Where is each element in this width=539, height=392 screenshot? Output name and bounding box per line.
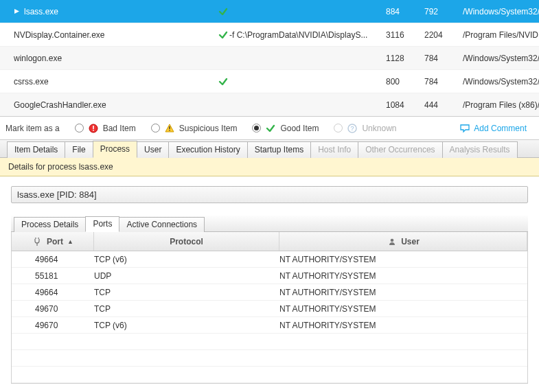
table-row[interactable]: 49670TCPNT AUTHORITY/SYSTEM: [12, 301, 527, 317]
protocol-cell: TCP: [94, 304, 279, 314]
svg-rect-6: [169, 130, 170, 130]
tab-item-details[interactable]: Item Details: [7, 141, 65, 158]
col-port[interactable]: Port ▲: [12, 232, 94, 251]
mark-bad-option[interactable]: Bad Item: [75, 123, 136, 134]
process-path: /Program Files/NVIDIA: [463, 30, 539, 40]
col-user[interactable]: User: [279, 232, 527, 251]
table-row: [12, 334, 527, 350]
col-port-label: Port: [47, 237, 63, 246]
process-path: /Windows/System32/cs: [463, 77, 539, 87]
process-name: lsass.exe: [24, 7, 58, 16]
radio-icon: [75, 124, 84, 132]
tab-other-occurrences: Other Occurrences: [358, 141, 442, 158]
mark-item-bar: Mark item as a Bad Item Suspicious Item …: [0, 117, 539, 140]
user-cell: NT AUTHORITY/SYSTEM: [279, 255, 527, 264]
suspicious-icon: [164, 123, 175, 134]
port-cell: 49664: [12, 288, 94, 297]
tab-process[interactable]: Process: [93, 141, 137, 158]
top-tabstrip: Item Details File Process User Execution…: [0, 140, 539, 158]
tab-startup-items[interactable]: Startup Items: [247, 141, 311, 158]
mark-good-option[interactable]: Good Item: [252, 123, 319, 134]
add-comment-link[interactable]: Add Comment: [459, 123, 527, 134]
mark-label: Mark item as a: [5, 124, 60, 133]
process-pid: 3116: [386, 30, 424, 40]
tab-analysis-results: Analysis Results: [442, 141, 518, 158]
table-row: [12, 350, 527, 367]
good-check-icon: [217, 30, 229, 40]
table-row[interactable]: csrss.exe800784/Windows/System32/cs: [0, 70, 539, 93]
tab-host-info: Host Info: [310, 141, 358, 158]
process-breadcrumb[interactable]: lsass.exe [PID: 884]: [11, 186, 528, 203]
mark-suspicious-option[interactable]: Suspicious Item: [151, 123, 238, 134]
mark-bad-label: Bad Item: [103, 124, 136, 133]
process-name: GoogleCrashHandler.exe: [14, 100, 106, 110]
comment-icon: [459, 123, 470, 134]
process-name: NVDisplay.Container.exe: [14, 30, 105, 40]
svg-rect-5: [169, 126, 170, 129]
process-name: csrss.exe: [14, 77, 49, 87]
good-check-icon: [217, 77, 229, 87]
col-protocol-label: Protocol: [170, 237, 203, 246]
user-cell: NT AUTHORITY/SYSTEM: [279, 304, 527, 314]
svg-point-9: [391, 238, 394, 242]
ports-table: Port ▲ Protocol User 49664TCP (v6)NT AUT…: [11, 232, 528, 384]
process-path: /Windows/System32/lsa: [463, 7, 539, 16]
sort-asc-icon: ▲: [67, 238, 73, 245]
ports-table-header: Port ▲ Protocol User: [12, 232, 527, 251]
port-cell: 55181: [12, 271, 94, 281]
svg-rect-3: [93, 130, 94, 131]
radio-icon: [334, 124, 343, 132]
protocol-cell: TCP (v6): [94, 321, 279, 330]
mark-unknown-option: ? Unknown: [334, 123, 396, 134]
process-ppid: 444: [424, 100, 463, 110]
subtab-active-connections[interactable]: Active Connections: [119, 217, 205, 232]
user-cell: NT AUTHORITY/SYSTEM: [279, 288, 527, 297]
table-row[interactable]: 55181UDPNT AUTHORITY/SYSTEM: [12, 268, 527, 284]
table-row[interactable]: GoogleCrashHandler.exe1084444/Program Fi…: [0, 93, 539, 117]
table-row[interactable]: winlogon.exe1128784/Windows/System32/wi: [0, 47, 539, 70]
protocol-cell: UDP: [94, 271, 279, 281]
process-pid: 884: [386, 7, 424, 16]
sub-tabstrip: Process Details Ports Active Connections: [11, 216, 528, 232]
process-ppid: 784: [424, 54, 463, 63]
process-args: -f C:\ProgramData\NVIDIA\DisplayS...: [229, 30, 386, 40]
mark-unknown-label: Unknown: [362, 124, 396, 133]
table-row[interactable]: 49670TCP (v6)NT AUTHORITY/SYSTEM: [12, 317, 527, 334]
user-icon: [387, 236, 398, 247]
radio-icon: [151, 124, 160, 132]
process-pid: 1084: [386, 100, 424, 110]
tab-file[interactable]: File: [65, 141, 93, 158]
tab-execution-history[interactable]: Execution History: [168, 141, 247, 158]
process-pid: 800: [386, 77, 424, 87]
table-row[interactable]: lsass.exe884792/Windows/System32/lsa: [0, 0, 539, 23]
expand-icon[interactable]: [14, 8, 20, 14]
mark-suspicious-label: Suspicious Item: [179, 124, 238, 133]
process-ppid: 792: [424, 7, 463, 16]
svg-text:?: ?: [351, 125, 354, 132]
table-row[interactable]: NVDisplay.Container.exe-f C:\ProgramData…: [0, 23, 539, 47]
good-check-icon: [217, 7, 229, 16]
table-row[interactable]: 49664TCPNT AUTHORITY/SYSTEM: [12, 284, 527, 301]
subtab-ports[interactable]: Ports: [85, 216, 119, 232]
port-cell: 49664: [12, 255, 94, 264]
unknown-icon: ?: [347, 123, 358, 134]
process-path: /Windows/System32/wi: [463, 54, 539, 63]
user-cell: NT AUTHORITY/SYSTEM: [279, 321, 527, 330]
add-comment-label: Add Comment: [474, 124, 527, 133]
mark-good-label: Good Item: [280, 124, 319, 133]
good-icon: [265, 123, 276, 134]
table-row: [12, 367, 527, 383]
svg-marker-0: [14, 9, 19, 14]
process-name: winlogon.exe: [14, 54, 62, 63]
subtab-process-details[interactable]: Process Details: [14, 217, 86, 232]
col-protocol[interactable]: Protocol: [94, 232, 279, 251]
col-user-label: User: [401, 237, 420, 246]
detail-banner: Details for process lsass.exe: [0, 158, 539, 176]
tab-user[interactable]: User: [137, 141, 169, 158]
port-cell: 49670: [12, 304, 94, 314]
table-row[interactable]: 49664TCP (v6)NT AUTHORITY/SYSTEM: [12, 251, 527, 268]
svg-rect-2: [93, 126, 94, 129]
process-grid: lsass.exe884792/Windows/System32/lsaNVDi…: [0, 0, 539, 117]
process-path: /Program Files (x86)/Go: [463, 100, 539, 110]
protocol-cell: TCP (v6): [94, 255, 279, 264]
